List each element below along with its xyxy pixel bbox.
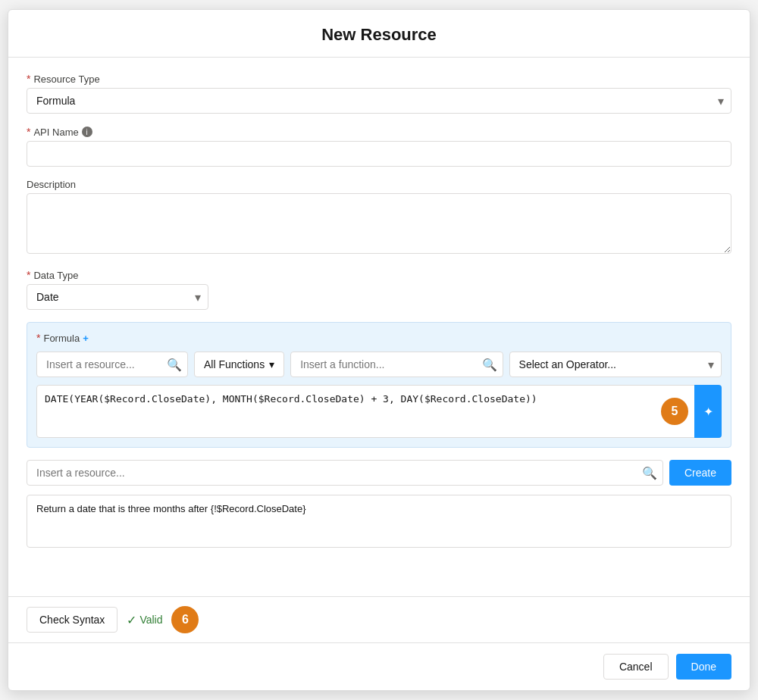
modal-header: New Resource bbox=[8, 10, 750, 58]
resource-type-select-wrapper: Formula Variable Constant ▾ bbox=[27, 88, 731, 114]
create-button[interactable]: Create bbox=[669, 460, 731, 486]
check-syntax-button[interactable]: Check Syntax bbox=[27, 607, 117, 633]
syntax-section: Check Syntax ✓ Valid 6 bbox=[8, 596, 750, 642]
expand-icon: ✦ bbox=[703, 405, 713, 419]
all-functions-label: All Functions bbox=[204, 358, 265, 370]
formula-description-container: Return a date that is three months after… bbox=[27, 495, 731, 548]
formula-label: * Formula + bbox=[36, 332, 722, 344]
valid-status: ✓ Valid bbox=[127, 613, 162, 627]
formula-expand-button[interactable]: ✦ bbox=[694, 385, 722, 438]
description-label: Description bbox=[27, 179, 731, 190]
operator-select-wrapper: Select an Operator... + - * / ▾ bbox=[509, 352, 722, 377]
cancel-button[interactable]: Cancel bbox=[603, 654, 669, 680]
step-5-badge: 5 bbox=[661, 398, 688, 425]
resource-type-select[interactable]: Formula Variable Constant bbox=[27, 88, 731, 114]
resource-type-label: * Resource Type bbox=[27, 73, 731, 85]
valid-check-icon: ✓ bbox=[127, 613, 136, 627]
insert-resource-input[interactable] bbox=[36, 352, 188, 377]
modal-title: New Resource bbox=[321, 25, 437, 44]
data-type-required-star: * bbox=[27, 269, 30, 281]
insert-function-input[interactable] bbox=[290, 352, 503, 377]
formula-required-star: * bbox=[36, 332, 40, 344]
data-type-select[interactable]: Date Text Number Boolean Currency DateTi… bbox=[27, 284, 208, 310]
done-button[interactable]: Done bbox=[676, 654, 731, 680]
resource-create-input-wrapper: 🔍 bbox=[27, 460, 663, 486]
resource-create-section: 🔍 Create bbox=[27, 460, 731, 486]
all-functions-chevron-icon: ▾ bbox=[269, 358, 274, 370]
data-type-select-wrapper: Date Text Number Boolean Currency DateTi… bbox=[27, 284, 208, 310]
api-name-label: * API Name i bbox=[27, 126, 731, 138]
resource-type-group: * Resource Type Formula Variable Constan… bbox=[27, 73, 731, 114]
api-name-info-icon[interactable]: i bbox=[82, 127, 92, 137]
data-type-group: * Data Type Date Text Number Boolean Cur… bbox=[27, 269, 731, 310]
insert-function-wrapper: 🔍 bbox=[290, 352, 503, 377]
api-name-input[interactable] bbox=[27, 141, 731, 167]
formula-toolbar: 🔍 All Functions ▾ 🔍 Select an Operator..… bbox=[36, 352, 722, 377]
all-functions-button[interactable]: All Functions ▾ bbox=[194, 352, 284, 377]
description-textarea[interactable] bbox=[27, 193, 731, 254]
formula-editor-container: DATE(YEAR($Record.CloseDate), MONTH($Rec… bbox=[36, 385, 722, 438]
insert-resource-wrapper: 🔍 bbox=[36, 352, 188, 377]
modal-footer: Cancel Done bbox=[8, 642, 750, 690]
formula-description-text: Return a date that is three months after… bbox=[36, 503, 306, 514]
new-resource-modal: New Resource * Resource Type Formula Var… bbox=[8, 9, 750, 691]
api-name-group: * API Name i bbox=[27, 126, 731, 167]
operator-select[interactable]: Select an Operator... + - * / bbox=[509, 352, 722, 377]
formula-editor[interactable]: DATE(YEAR($Record.CloseDate), MONTH($Rec… bbox=[36, 385, 722, 438]
description-group: Description bbox=[27, 179, 731, 257]
api-required-star: * bbox=[27, 126, 30, 138]
resource-create-input[interactable] bbox=[27, 460, 663, 486]
step-6-badge: 6 bbox=[171, 606, 199, 633]
formula-section: * Formula + 🔍 All Functions ▾ bbox=[27, 322, 731, 448]
valid-label: Valid bbox=[139, 614, 162, 626]
modal-body: * Resource Type Formula Variable Constan… bbox=[8, 58, 750, 596]
formula-plus-icon[interactable]: + bbox=[83, 333, 89, 344]
data-type-label: * Data Type bbox=[27, 269, 731, 281]
required-star: * bbox=[27, 73, 30, 85]
